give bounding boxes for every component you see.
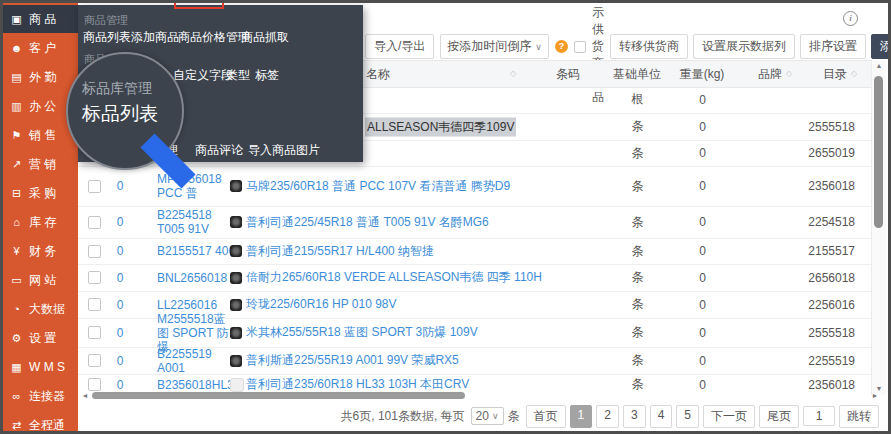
sidebar-item-8[interactable]: ⌂库 存 <box>0 208 78 236</box>
jump-button[interactable]: 跳转 <box>839 405 879 428</box>
tire-thumbnail-icon <box>230 347 242 374</box>
sidebar-item-10[interactable]: ▭网 站 <box>0 266 78 294</box>
tire-image <box>230 299 242 311</box>
row-weight: 0 <box>680 166 725 206</box>
scroll-right-icon[interactable]: ► <box>870 391 880 401</box>
flyout-item[interactable]: 商品价格管理 <box>178 29 250 46</box>
flyout-item[interactable]: 标签 <box>255 67 279 84</box>
chevron-down-icon: ∨ <box>492 411 499 421</box>
sort-name-icon[interactable]: ◇ <box>510 61 516 87</box>
help-icon[interactable]: ? <box>555 40 568 53</box>
page-button-首页[interactable]: 首页 <box>526 405 566 428</box>
row-count-link[interactable]: 0 <box>110 347 130 374</box>
row-product-name[interactable]: 普利司通215/55R17 H/L400 纳智捷 <box>246 238 434 264</box>
row-checkbox[interactable] <box>88 245 101 258</box>
flyout-item[interactable]: 商品评论 <box>195 142 243 159</box>
chevron-down-icon: ∨ <box>535 42 542 52</box>
row-item-number[interactable]: B2155517 400 <box>157 238 237 264</box>
row-item-number[interactable]: B2254518 T005 91V <box>157 206 237 238</box>
row-catalog: 2256016 <box>795 291 855 318</box>
flyout-item[interactable]: 商品抓取 <box>241 29 289 46</box>
flyout-item[interactable]: 商品列表 <box>83 29 131 46</box>
sidebar-item-label: 采 购 <box>29 185 56 202</box>
sidebar-item-13[interactable]: ▦W M S <box>0 353 78 381</box>
sidebar-item-15[interactable]: ⇄全程通 <box>0 411 78 434</box>
horizontal-scrollbar[interactable]: ◄ ► <box>80 391 880 401</box>
page-size-select[interactable]: 20 ∨ <box>471 407 504 425</box>
sort-brand-icon[interactable]: ◇ <box>786 61 792 87</box>
sort-order-dropdown[interactable]: 按添加时间倒序 ∨ <box>440 34 549 59</box>
row-weight: 0 <box>680 264 725 291</box>
sidebar-item-label: 大数据 <box>29 301 65 318</box>
page-button-1[interactable]: 1 <box>570 405 593 428</box>
flyout-item-standard-list[interactable]: 标品列表 <box>82 101 158 127</box>
jump-page-input[interactable] <box>803 406 835 426</box>
flyout-item[interactable]: 添加商品 <box>131 29 179 46</box>
row-item-number[interactable]: BNL2656018 <box>157 264 237 291</box>
row-product-name[interactable]: 普利司通225/45R18 普通 T005 91V 名爵MG6 <box>246 206 489 238</box>
flyout-item[interactable]: 导入商品图片 <box>248 142 320 159</box>
flyout-item[interactable]: 自定义字段 <box>173 67 233 84</box>
flyout-item[interactable]: 类型 <box>226 67 250 84</box>
row-count-link[interactable]: 0 <box>110 238 130 264</box>
sidebar-item-9[interactable]: ¥财 务 <box>0 237 78 265</box>
row-product-name[interactable]: 马牌235/60R18 普通 PCC 107V 看清普通 腾势D9 <box>246 166 510 206</box>
transfer-supplier-button[interactable]: 转移供货商 <box>610 34 688 59</box>
sidebar-item-11[interactable]: ◔大数据 <box>0 295 78 323</box>
row-item-number[interactable]: M2555518蓝图 SPORT 防爆 <box>157 318 237 347</box>
info-icon[interactable]: i <box>843 11 858 26</box>
row-item-number[interactable]: B2255519 A001 <box>157 347 237 374</box>
sidebar-item-3[interactable]: ▤外 勤 <box>0 63 78 91</box>
sort-catalog-icon[interactable]: ◇ <box>851 61 857 87</box>
row-count-link[interactable]: 0 <box>110 318 130 347</box>
row-weight: 0 <box>680 86 725 113</box>
import-export-button[interactable]: 导入/导出 <box>365 34 434 59</box>
row-base-unit: 条 <box>610 291 665 318</box>
row-checkbox[interactable] <box>88 180 101 193</box>
sidebar-item-1[interactable]: ▣商 品 <box>0 5 78 33</box>
row-checkbox-cell <box>88 291 101 318</box>
row-product-name[interactable]: 米其林255/55R18 蓝图 SPORT 3防爆 109V <box>246 318 478 347</box>
row-checkbox[interactable] <box>88 298 101 311</box>
column-barcode: 条码 <box>548 61 588 87</box>
sidebar-item-5[interactable]: ⚑销 售 <box>0 121 78 149</box>
show-supplier-goods-checkbox[interactable] <box>574 41 586 53</box>
row-checkbox[interactable] <box>88 326 101 339</box>
scroll-up-icon[interactable]: ▲ <box>872 60 886 72</box>
row-count-link[interactable]: 0 <box>110 291 130 318</box>
sidebar-item-2[interactable]: ☻客 户 <box>0 34 78 62</box>
row-checkbox[interactable] <box>88 216 101 229</box>
row-weight: 0 <box>680 347 725 374</box>
horizontal-scrollbar-thumb[interactable] <box>92 392 465 399</box>
page-button-3[interactable]: 3 <box>623 405 646 428</box>
add-goods-button[interactable]: 添加商品 <box>871 34 891 59</box>
sales-icon: ⚑ <box>9 129 24 142</box>
sidebar-item-12[interactable]: ⚙设 置 <box>0 324 78 352</box>
row-count-link[interactable]: 0 <box>110 166 130 206</box>
sort-settings-button[interactable]: 排序设置 <box>800 34 866 59</box>
page-button-5[interactable]: 5 <box>676 405 699 428</box>
page-button-尾页[interactable]: 尾页 <box>759 405 799 428</box>
row-count-link[interactable]: 0 <box>110 206 130 238</box>
sidebar-item-7[interactable]: ⊟采 购 <box>0 179 78 207</box>
row-checkbox[interactable] <box>88 354 101 367</box>
row-product-name[interactable]: 倍耐力265/60R18 VERDE ALLSEASON韦德 四季 110H <box>246 264 542 291</box>
sidebar-item-14[interactable]: ∞连接器 <box>0 382 78 410</box>
page-button-2[interactable]: 2 <box>596 405 619 428</box>
page-button-4[interactable]: 4 <box>650 405 673 428</box>
finance-icon: ¥ <box>9 245 24 257</box>
row-checkbox[interactable] <box>88 271 101 284</box>
row-checkbox-cell <box>88 264 101 291</box>
sidebar-item-6[interactable]: ↗营 销 <box>0 150 78 178</box>
row-product-name[interactable]: 普利斯通225/55R19 A001 99V 荣威RX5 <box>246 347 459 374</box>
tire-image <box>230 378 244 392</box>
page-button-下一页[interactable]: 下一页 <box>703 405 755 428</box>
row-checkbox[interactable] <box>88 378 101 391</box>
row-product-name[interactable]: 玲珑225/60R16 HP 010 98V <box>246 291 397 318</box>
row-count-link[interactable]: 0 <box>110 264 130 291</box>
set-display-columns-button[interactable]: 设置展示数据列 <box>693 34 795 59</box>
scroll-left-icon[interactable]: ◄ <box>80 391 90 401</box>
vertical-scrollbar[interactable]: ▲ ▼ <box>871 60 886 395</box>
vertical-scrollbar-thumb[interactable] <box>874 76 883 228</box>
tire-thumbnail-icon <box>230 238 242 264</box>
